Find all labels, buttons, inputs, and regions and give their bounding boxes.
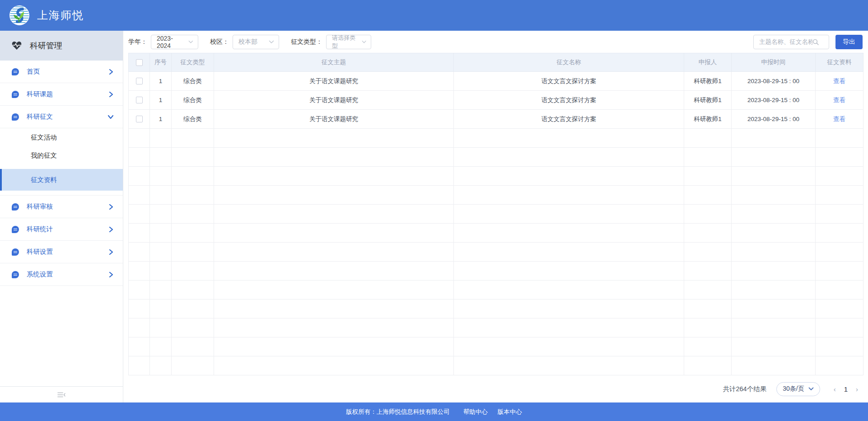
empty-cell (454, 262, 684, 281)
empty-cell (214, 243, 454, 262)
next-page-icon[interactable]: › (852, 385, 862, 393)
empty-cell (454, 318, 684, 337)
cell-time: 2023-08-29-15 : 00 (732, 91, 816, 110)
row-checkbox[interactable] (136, 97, 143, 103)
empty-cell (454, 224, 684, 243)
empty-cell (732, 205, 816, 224)
sidebar-item-label: 科研征文 (27, 112, 107, 121)
school-year-select[interactable]: 2023-2024 (151, 35, 198, 49)
empty-cell (129, 299, 150, 318)
table-empty-row (129, 337, 863, 356)
table-empty-row (129, 281, 863, 299)
essay-type-select[interactable]: 请选择类型 (326, 35, 371, 49)
view-link[interactable]: 查看 (833, 116, 845, 122)
app-window: 上海师悦 科研管理 首页 科研课题 (0, 0, 868, 421)
sidebar-item-label: 科研审核 (27, 202, 108, 211)
empty-cell (816, 129, 863, 148)
cell-type: 综合类 (172, 110, 214, 129)
empty-cell (129, 167, 150, 186)
school-year-value: 2023-2024 (157, 35, 184, 49)
empty-cell (732, 224, 816, 243)
sidebar-item-system-settings[interactable]: 系统设置 (0, 263, 123, 286)
school-year-label: 学年： (128, 38, 147, 46)
empty-cell (214, 205, 454, 224)
help-center-link[interactable]: 帮助中心 (463, 408, 488, 416)
row-checkbox[interactable] (136, 78, 143, 84)
empty-cell (150, 186, 172, 205)
empty-cell (684, 356, 732, 375)
sidebar-item-essay-activities[interactable]: 征文活动 (0, 128, 123, 146)
sidebar-item-essay-materials[interactable]: 征文资料 (0, 169, 123, 191)
cell-applicant: 科研教师1 (684, 110, 732, 129)
row-select-cell (129, 110, 150, 129)
empty-cell (150, 299, 172, 318)
empty-cell (684, 281, 732, 299)
sidebar-item-research-settings[interactable]: 科研设置 (0, 241, 123, 263)
page-size-select[interactable]: 30条/页 (776, 382, 820, 396)
campus-select[interactable]: 校本部 (233, 35, 279, 49)
empty-cell (129, 186, 150, 205)
empty-cell (150, 337, 172, 356)
sidebar-item-home[interactable]: 首页 (0, 61, 123, 83)
sidebar-item-my-essays[interactable]: 我的征文 (0, 146, 123, 164)
empty-cell (172, 186, 214, 205)
table-empty-row (129, 167, 863, 186)
row-checkbox[interactable] (136, 116, 143, 122)
select-all-checkbox[interactable] (136, 59, 143, 66)
bubble-icon (12, 68, 19, 75)
search-input[interactable] (759, 38, 812, 45)
empty-cell (214, 129, 454, 148)
chevron-right-icon (108, 226, 114, 233)
sidebar-submenu-essays: 征文活动 我的征文 征文资料 (0, 128, 123, 196)
empty-cell (684, 205, 732, 224)
empty-cell (816, 186, 863, 205)
current-page-number[interactable]: 1 (840, 385, 852, 393)
chevron-down-icon (107, 114, 114, 120)
empty-cell (816, 281, 863, 299)
empty-cell (172, 337, 214, 356)
sidebar-item-research-statistics[interactable]: 科研统计 (0, 218, 123, 241)
empty-cell (454, 281, 684, 299)
essay-materials-table: 序号 征文类型 征文主题 征文名称 申报人 申报时间 征文资料 1 (128, 53, 863, 375)
search-box (753, 35, 829, 49)
sidebar-item-research-topics[interactable]: 科研课题 (0, 83, 123, 106)
empty-cell (684, 186, 732, 205)
brand-title: 上海师悦 (37, 8, 84, 23)
version-center-link[interactable]: 版本中心 (498, 408, 522, 416)
sidebar-item-label: 科研课题 (27, 90, 108, 98)
bubble-icon (12, 248, 19, 256)
empty-cell (150, 167, 172, 186)
empty-cell (129, 356, 150, 375)
prev-page-icon[interactable]: ‹ (830, 385, 840, 393)
export-button[interactable]: 导出 (835, 35, 863, 49)
empty-cell (732, 167, 816, 186)
search-icon[interactable] (812, 39, 819, 45)
sidebar-subitem-label: 征文资料 (31, 176, 57, 184)
table-empty-row (129, 186, 863, 205)
empty-cell (454, 129, 684, 148)
sidebar-item-research-essays[interactable]: 科研征文 (0, 106, 123, 128)
sidebar-footer (0, 386, 123, 402)
view-link[interactable]: 查看 (833, 97, 845, 103)
cell-topic: 关于语文课题研究 (214, 72, 454, 91)
sidebar-header: 科研管理 (0, 31, 123, 61)
empty-cell (454, 205, 684, 224)
empty-cell (129, 243, 150, 262)
cell-index: 1 (150, 110, 172, 129)
sidebar-item-research-review[interactable]: 科研审核 (0, 196, 123, 218)
chevron-right-icon (108, 204, 114, 210)
empty-cell (454, 337, 684, 356)
collapse-sidebar-icon[interactable] (57, 392, 66, 398)
empty-cell (150, 262, 172, 281)
empty-cell (684, 129, 732, 148)
cell-action: 查看 (816, 91, 863, 110)
empty-cell (214, 337, 454, 356)
essay-materials-table-wrap: 序号 征文类型 征文主题 征文名称 申报人 申报时间 征文资料 1 (123, 53, 868, 375)
view-link[interactable]: 查看 (833, 78, 845, 84)
empty-cell (172, 299, 214, 318)
column-header: 申报时间 (732, 53, 816, 72)
empty-cell (129, 205, 150, 224)
sidebar-menu: 首页 科研课题 科研征文 征文活动 (0, 61, 123, 386)
empty-cell (129, 262, 150, 281)
bubble-icon (12, 91, 19, 98)
